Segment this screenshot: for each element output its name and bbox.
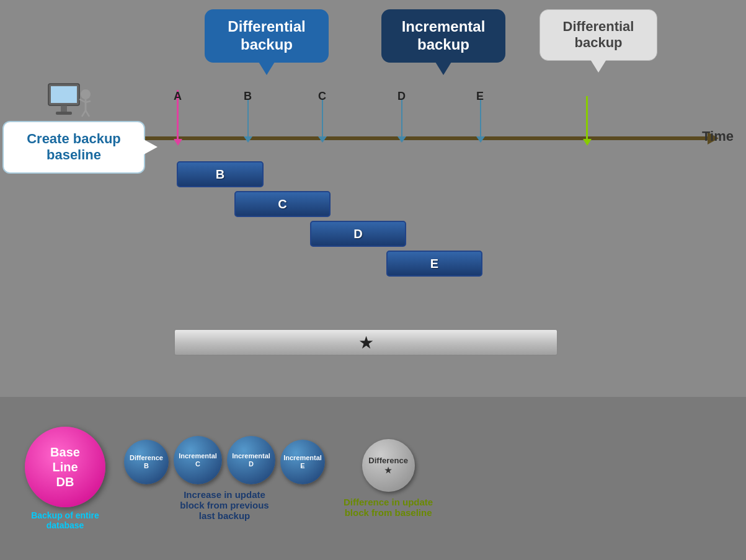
time-axis (62, 136, 709, 140)
marker-label-b: B (244, 90, 252, 103)
incremental-group: DifferenceB IncrementalC IncrementalD In… (124, 436, 325, 521)
baseline-db-icon: BaseLineDB (25, 427, 105, 507)
incr-e-icon: IncrementalE (280, 440, 325, 484)
baseline-db-group: BaseLineDB Backup of entiredatabase (25, 427, 105, 530)
vline-e (480, 99, 481, 140)
cylinders-row: DifferenceB IncrementalC IncrementalD In… (124, 436, 325, 484)
backup-bar-b: B (177, 161, 264, 187)
callout-diff1: Differential backup (205, 9, 329, 63)
timeline-container: Time A B C D E (0, 0, 746, 384)
baseline-db-text: BaseLineDB (50, 445, 80, 489)
arrow-b (244, 136, 252, 143)
marker-label-a: A (174, 90, 182, 103)
time-label: Time (702, 128, 734, 144)
vline-c (322, 99, 323, 140)
arrow-d (397, 136, 406, 143)
diff-star-group: Difference★ Difference in updateblock fr… (344, 439, 433, 518)
marker-label-c: C (318, 90, 326, 103)
bottom-section: BaseLineDB Backup of entiredatabase Diff… (0, 397, 746, 560)
callout-incr: Incremental backup (381, 9, 505, 63)
vline-b (247, 99, 249, 140)
diff-star-label: Difference in updateblock from baseline (344, 497, 433, 518)
svg-rect-1 (51, 86, 77, 103)
svg-line-8 (82, 110, 86, 117)
baseline-bar: ★ (174, 329, 558, 356)
svg-rect-2 (61, 105, 67, 112)
incr-c-group: IncrementalC (174, 436, 222, 484)
incr-d-group: IncrementalD (227, 436, 275, 484)
backup-bar-c: C (234, 191, 331, 217)
callout-baseline: Create backup baseline (2, 121, 145, 174)
baseline-db-label: Backup of entiredatabase (31, 510, 99, 530)
arrow-c (318, 136, 327, 143)
computer-icon (43, 81, 93, 124)
svg-rect-3 (56, 112, 72, 115)
callout-baseline-text: Create backup baseline (27, 131, 121, 162)
incr-e-group: IncrementalE (280, 440, 325, 484)
diff-star-icon: Difference★ (362, 439, 415, 492)
baseline-bar-symbol: ★ (358, 332, 374, 353)
incr-c-icon: IncrementalC (174, 436, 222, 484)
callout-diff1-text: Differential backup (228, 18, 305, 53)
diff-b-icon: DifferenceB (124, 440, 169, 484)
marker-label-e: E (476, 90, 484, 103)
svg-point-4 (81, 89, 91, 99)
incr-d-icon: IncrementalD (227, 436, 275, 484)
callout-diff2: Differential backup (540, 9, 657, 61)
green-arrow (586, 96, 588, 140)
arrow-e (476, 136, 485, 143)
incremental-label: Increase in updateblock from previouslas… (180, 489, 269, 521)
backup-bar-e: E (386, 251, 482, 277)
backup-bar-d: D (310, 221, 406, 247)
svg-line-9 (86, 110, 89, 117)
diff-b-group: DifferenceB (124, 440, 169, 484)
callout-incr-text: Incremental backup (402, 18, 486, 53)
vline-d (401, 99, 402, 140)
callout-diff2-text: Differential backup (563, 19, 634, 50)
marker-label-d: D (397, 90, 406, 103)
